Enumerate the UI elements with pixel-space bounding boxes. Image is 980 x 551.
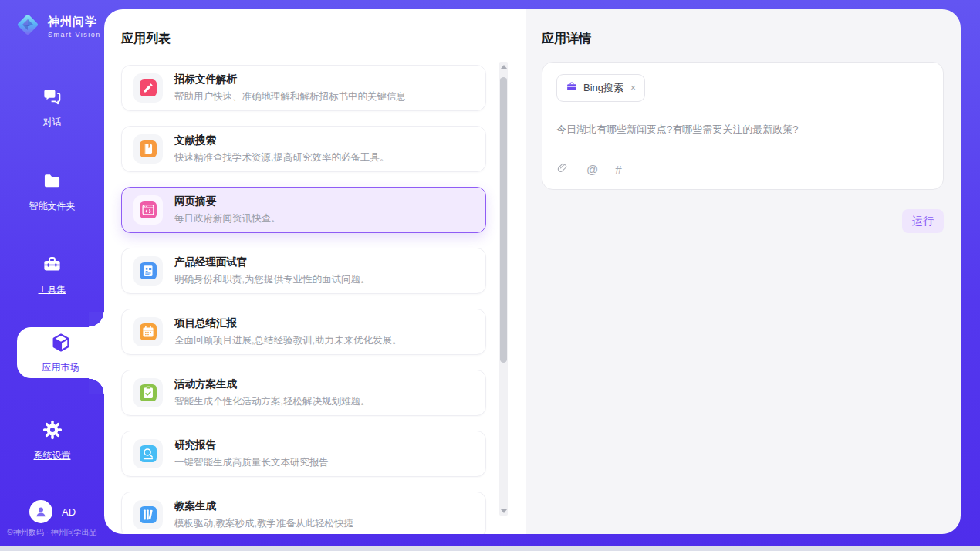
app-title: 招标文件解析	[174, 73, 406, 86]
app-title: 研究报告	[174, 438, 329, 452]
chat-icon	[42, 86, 63, 110]
briefcase-icon	[566, 80, 578, 96]
web-browser-icon	[133, 195, 163, 225]
app-desc: 帮助用户快速、准确地理解和解析招标书中的关键信息	[174, 90, 406, 103]
scrollbar-down-icon[interactable]	[499, 506, 508, 516]
brand-logo: 神州问学 Smart Vision	[14, 11, 101, 42]
app-detail-panel: 应用详情 Bing搜索 × 今日湖北有哪些新闻要点?有哪些需要关注的最新政策?	[526, 9, 961, 534]
app-title: 教案生成	[174, 499, 353, 513]
user-name: AD	[62, 506, 76, 518]
clipboard-check-icon	[133, 378, 163, 407]
sidebar-item-toolbox[interactable]: 工具集	[0, 254, 104, 296]
scrollbar-thumb[interactable]	[500, 77, 507, 363]
tool-chip-label: Bing搜索	[583, 81, 623, 95]
user-account[interactable]: AD	[29, 500, 76, 523]
app-title: 文献搜索	[174, 134, 389, 147]
sidebar-item-label: 工具集	[39, 283, 66, 296]
app-list: 招标文件解析 帮助用户快速、准确地理解和解析招标书中的关键信息 文献搜索 快速精…	[121, 65, 486, 534]
sidebar-item-chat[interactable]: 对话	[0, 86, 104, 129]
app-card-lesson-plan[interactable]: 教案生成 模板驱动,教案秒成,教学准备从此轻松快捷	[121, 492, 486, 534]
cube-icon	[49, 331, 73, 357]
app-desc: 智能生成个性化活动方案,轻松解决规划难题。	[174, 395, 370, 408]
resume-icon	[133, 256, 163, 286]
bottom-edge	[0, 546, 980, 551]
list-scrollbar[interactable]	[499, 62, 508, 516]
app-card-project-summary[interactable]: 项目总结汇报 全面回顾项目进展,总结经验教训,助力未来优化发展。	[121, 309, 486, 355]
tool-chip-bing-search[interactable]: Bing搜索 ×	[556, 74, 645, 102]
app-title: 产品经理面试官	[174, 255, 370, 269]
mention-icon[interactable]: @	[586, 163, 598, 176]
app-list-panel: 应用列表 招标文件解析 帮助用户快速、准确地理解和解析招标书中的关键信息	[104, 9, 526, 534]
app-card-literature-search[interactable]: 文献搜索 快速精准查找学术资源,提高研究效率的必备工具。	[121, 126, 486, 172]
books-icon	[133, 500, 163, 529]
app-detail-title: 应用详情	[542, 31, 591, 47]
sidebar-item-smart-folder[interactable]: 智能文件夹	[0, 171, 104, 213]
close-icon[interactable]: ×	[630, 83, 636, 93]
app-desc: 快速精准查找学术资源,提高研究效率的必备工具。	[174, 151, 389, 164]
brand-diamond-icon	[14, 11, 42, 42]
sidebar-item-label: 对话	[43, 116, 62, 129]
sidebar-item-label: 应用市场	[42, 361, 79, 374]
run-button[interactable]: 运行	[902, 209, 944, 233]
sidebar-item-app-market[interactable]: 应用市场	[17, 327, 104, 378]
app-list-title: 应用列表	[121, 31, 171, 47]
app-window: 神州问学 Smart Vision 对话 智能文件夹	[0, 0, 980, 551]
app-card-research-report[interactable]: 研究报告 一键智能生成高质量长文本研究报告	[121, 431, 486, 477]
app-desc: 每日政府新闻资讯快查。	[174, 212, 281, 225]
app-card-bid-parse[interactable]: 招标文件解析 帮助用户快速、准确地理解和解析招标书中的关键信息	[121, 65, 486, 111]
sidebar-item-settings[interactable]: 系统设置	[0, 419, 104, 462]
book-icon	[133, 134, 163, 164]
calendar-icon	[133, 317, 163, 346]
app-desc: 一键智能生成高质量长文本研究报告	[174, 456, 329, 469]
app-card-event-plan[interactable]: 活动方案生成 智能生成个性化活动方案,轻松解决规划难题。	[121, 370, 486, 416]
app-title: 活动方案生成	[174, 377, 370, 391]
copyright-footer: ©神州数码 · 神州问学出品	[0, 527, 104, 538]
scrollbar-up-icon[interactable]	[499, 62, 508, 71]
microscope-icon	[133, 439, 163, 468]
toolbox-icon	[42, 254, 63, 278]
folder-icon	[42, 171, 63, 194]
prompt-text-input[interactable]: 今日湖北有哪些新闻要点?有哪些需要关注的最新政策?	[556, 122, 929, 161]
app-card-pm-interviewer[interactable]: 产品经理面试官 明确身份和职责,为您提供专业性的面试问题。	[121, 248, 486, 294]
attachment-toolbar: @ #	[556, 161, 929, 177]
avatar	[29, 500, 52, 523]
app-title: 项目总结汇报	[174, 316, 401, 330]
content-area: 应用列表 招标文件解析 帮助用户快速、准确地理解和解析招标书中的关键信息	[104, 9, 961, 534]
sidebar-item-label: 系统设置	[34, 449, 71, 462]
sidebar-item-label: 智能文件夹	[29, 200, 76, 213]
brand-name: 神州问学	[48, 15, 101, 29]
hashtag-icon[interactable]: #	[615, 163, 621, 176]
edit-document-icon	[133, 73, 163, 103]
app-desc: 模板驱动,教案秒成,教学准备从此轻松快捷	[174, 517, 353, 530]
gear-icon	[42, 419, 63, 444]
app-desc: 明确身份和职责,为您提供专业性的面试问题。	[174, 273, 370, 286]
prompt-card: Bing搜索 × 今日湖北有哪些新闻要点?有哪些需要关注的最新政策? @ #	[542, 62, 944, 190]
sidebar: 神州问学 Smart Vision 对话 智能文件夹	[0, 0, 104, 551]
app-title: 网页摘要	[174, 194, 281, 208]
paperclip-icon[interactable]	[556, 161, 569, 177]
app-desc: 全面回顾项目进展,总结经验教训,助力未来优化发展。	[174, 334, 401, 347]
brand-subtitle: Smart Vision	[48, 31, 101, 39]
app-card-web-summary[interactable]: 网页摘要 每日政府新闻资讯快查。	[121, 187, 486, 233]
